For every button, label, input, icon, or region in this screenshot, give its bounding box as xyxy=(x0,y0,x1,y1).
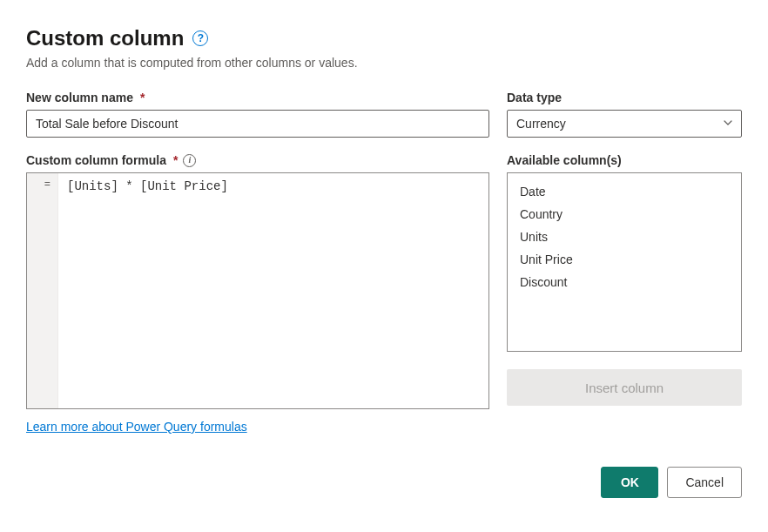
data-type-label: Data type xyxy=(507,91,742,104)
list-item[interactable]: Discount xyxy=(508,271,741,293)
formula-gutter: = xyxy=(27,173,58,408)
info-icon[interactable]: i xyxy=(183,154,196,167)
formula-input[interactable] xyxy=(58,173,488,408)
new-column-name-input[interactable] xyxy=(26,110,489,138)
data-type-select[interactable]: Currency xyxy=(507,110,742,138)
dialog-title: Custom column xyxy=(26,26,184,51)
list-item[interactable]: Date xyxy=(508,180,741,203)
list-item[interactable]: Unit Price xyxy=(508,248,741,271)
required-indicator: * xyxy=(173,153,178,167)
formula-label: Custom column formula * i xyxy=(26,153,489,167)
ok-button[interactable]: OK xyxy=(601,467,658,498)
new-column-name-label: New column name * xyxy=(26,91,489,104)
required-indicator: * xyxy=(140,91,145,104)
formula-editor: = xyxy=(26,172,489,409)
available-columns-label: Available column(s) xyxy=(507,153,742,167)
insert-column-button: Insert column xyxy=(507,369,742,406)
label-text: Custom column formula xyxy=(26,153,166,167)
available-columns-list: Date Country Units Unit Price Discount xyxy=(507,172,742,352)
dialog-subtitle: Add a column that is computed from other… xyxy=(26,56,742,70)
list-item[interactable]: Units xyxy=(508,226,741,248)
cancel-button[interactable]: Cancel xyxy=(667,467,742,498)
list-item[interactable]: Country xyxy=(508,203,741,226)
label-text: New column name xyxy=(26,91,133,104)
learn-more-link[interactable]: Learn more about Power Query formulas xyxy=(26,420,247,434)
help-icon[interactable]: ? xyxy=(192,30,208,46)
